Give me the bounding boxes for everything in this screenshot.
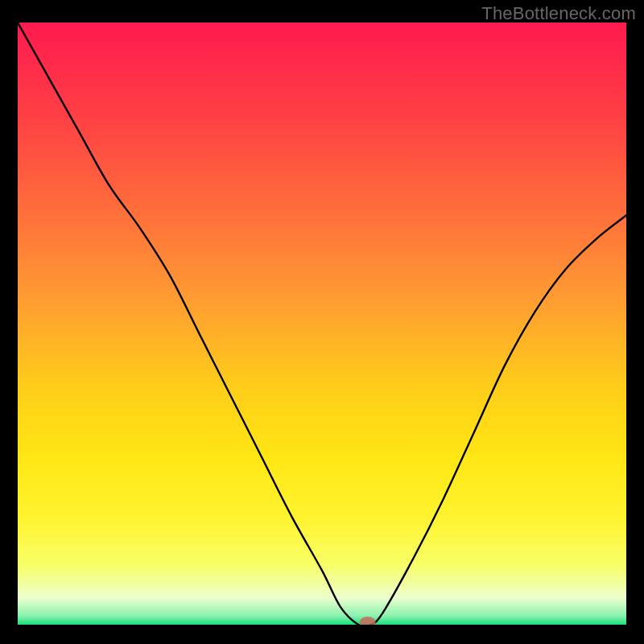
watermark-label: TheBottleneck.com — [481, 3, 636, 24]
gradient-background — [18, 23, 626, 625]
bottleneck-chart — [18, 23, 626, 625]
plot-area — [18, 23, 626, 625]
chart-frame: TheBottleneck.com — [0, 0, 644, 644]
